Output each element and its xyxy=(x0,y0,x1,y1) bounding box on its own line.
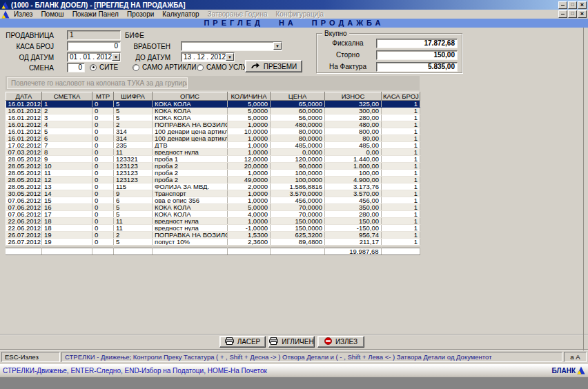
to-date-dropdown-icon[interactable]: ▼ xyxy=(226,53,234,61)
cell: 1 xyxy=(382,163,420,170)
table-row[interactable]: 17.02.201270235ДТВ1,0000485,0000485,001 xyxy=(6,142,420,149)
table-row[interactable]: 28.05.201290123321проба 112,0000120,0000… xyxy=(6,156,420,163)
table-row[interactable]: 28.05.2012120123123проба 249,0000100,000… xyxy=(6,177,420,183)
divider xyxy=(0,334,588,335)
column-header-6[interactable]: ЦЕНА xyxy=(271,92,325,101)
exit-button[interactable]: ИЗЛЕЗ xyxy=(317,336,364,348)
printer-icon xyxy=(269,337,278,346)
column-header-1[interactable]: СМЕТКА xyxy=(42,92,92,101)
column-header-4[interactable]: ОПИС xyxy=(153,92,228,101)
table-row[interactable]: 07.06.20121605КОКА КОЛА5,000070,0000350,… xyxy=(6,204,420,211)
total-value: 17.872,68 xyxy=(376,39,458,48)
fetch-button[interactable]: ПРЕЗЕМИ xyxy=(245,60,302,72)
cell: 28.05.2012 xyxy=(6,163,42,170)
cell: 0 xyxy=(92,128,114,135)
from-date-dropdown-icon[interactable]: ▼ xyxy=(112,53,120,61)
cell: ПОПРАВКА НА ВОЗИЛО xyxy=(153,232,228,239)
table-row[interactable]: 07.06.20121705КОКА КОЛА4,000070,0000280,… xyxy=(6,211,420,218)
from-date-label: ОД ДАТУМ xyxy=(6,54,54,61)
group-by-strip[interactable]: Повлечете го насловот на колоната ТУКА з… xyxy=(6,76,420,90)
table-row[interactable]: 22.06.201218011вредност нула-1,0000150,0… xyxy=(6,225,420,232)
table-row[interactable]: 30.05.20121409Транспорт1,00003.570,00003… xyxy=(6,190,420,197)
brand-label: БЛАНК xyxy=(551,367,576,375)
cell: 3.570,0000 xyxy=(271,190,325,197)
cell: 3.173,76 xyxy=(325,183,382,190)
button-label: ИЗЛЕЗ xyxy=(335,338,357,346)
window-title: (1000 - БЛАНК ДООЕЛ) - [ПРЕГЛЕД НА ПРОДА… xyxy=(11,1,186,9)
cash-number-input[interactable]: 0 xyxy=(67,41,121,51)
cell: вредност нула xyxy=(153,225,228,232)
menu-item-2[interactable]: Покажи Панел xyxy=(68,10,123,18)
table-row[interactable]: 26.07.20121902ПОПРАВКА НА ВОЗИЛО1,530062… xyxy=(6,232,420,239)
minimize-icon[interactable] xyxy=(558,1,567,9)
table-row[interactable]: 07.06.20121506ова е опис 3561,0000456,00… xyxy=(6,197,420,204)
store-input[interactable]: 1 xyxy=(67,30,121,40)
column-header-3[interactable]: ШИФРА xyxy=(114,92,153,101)
cash-number-label: КАСА БРОЈ xyxy=(6,43,54,50)
matrix-print-button[interactable]: ИГЛИЧЕН xyxy=(268,336,315,348)
cell: ДТВ xyxy=(153,142,228,149)
table-row[interactable]: 28.05.2012110123123проба 21,0000100,0000… xyxy=(6,170,420,177)
table-row[interactable]: 16.01.2012105КОКА КОЛА5,000065,0000325,0… xyxy=(6,101,420,108)
cell: 1 xyxy=(382,149,420,156)
cell: 2 xyxy=(114,232,153,239)
menu-item-4[interactable]: Калкулатор xyxy=(158,10,203,18)
cell: 0 xyxy=(92,142,114,149)
close-icon[interactable]: × xyxy=(578,1,587,9)
table-row[interactable]: 07.03.20128011вредност нула1,00000,00000… xyxy=(6,149,420,156)
from-date-combo[interactable]: 01 . 01 . 2012 ▼ xyxy=(67,52,121,62)
cell: 1 xyxy=(382,232,420,239)
cell: 9 xyxy=(42,156,92,163)
laser-print-button[interactable]: ЛАСЕР xyxy=(219,336,266,348)
cell: 0 xyxy=(92,183,114,190)
table-row[interactable]: 16.01.2012402ПОПРАВКА НА ВОЗИЛО1,0000480… xyxy=(6,121,420,128)
mdi-minimize-icon[interactable] xyxy=(558,10,567,18)
cell: 100 денари цена артикл xyxy=(153,128,228,135)
table-row[interactable]: 22.06.201218011вредност нула1,0000150,00… xyxy=(6,218,420,225)
cell: 4.900,00 xyxy=(325,177,382,183)
cell: 14 xyxy=(42,190,92,197)
column-header-2[interactable]: МТР xyxy=(92,92,114,101)
radio-icon xyxy=(133,64,139,71)
bottom-strip xyxy=(0,377,588,389)
mdi-restore-icon[interactable]: □ xyxy=(568,10,577,18)
table-row[interactable]: 16.01.201250314100 денари цена артикл10,… xyxy=(6,128,420,135)
cell: 235 xyxy=(114,142,153,149)
footer-cell xyxy=(227,248,270,255)
filter-radio-1[interactable]: САМО АРТИКЛИ xyxy=(133,63,196,71)
table-row[interactable]: 16.01.2012205КОКА КОЛА5,000060,0000300,0… xyxy=(6,108,420,114)
cell: проба 2 xyxy=(153,170,228,177)
cell: 1,0000 xyxy=(228,170,271,177)
employee-combo[interactable]: ▼ xyxy=(181,41,282,51)
column-header-5[interactable]: КОЛИЧИНА xyxy=(228,92,271,101)
radio-label: СИТЕ xyxy=(99,63,118,71)
cell: 1.800,00 xyxy=(325,163,382,170)
table-row[interactable]: 28.05.2012100123123проба 220,000090,0000… xyxy=(6,163,420,170)
cell: 123123 xyxy=(114,177,153,183)
cell: Транспорт xyxy=(153,190,228,197)
menu-item-0[interactable]: Излез xyxy=(10,10,37,18)
cell: 956,74 xyxy=(325,232,382,239)
cell: попуст 10% xyxy=(153,239,228,246)
table-row[interactable]: 16.01.201260314100 денари цена артикл1,0… xyxy=(6,135,420,142)
table-row[interactable]: 26.07.20121905попуст 10%2,360089,4800211… xyxy=(6,239,420,246)
cell: 5 xyxy=(42,128,92,135)
menu-item-1[interactable]: Помош xyxy=(37,10,68,18)
cell: 123123 xyxy=(114,170,153,177)
table-row[interactable]: 16.01.2012305КОКА КОЛА5,000056,0000280,0… xyxy=(6,114,420,121)
footer-cell xyxy=(41,248,92,255)
mdi-close-icon[interactable]: × xyxy=(578,10,587,18)
table-row[interactable]: 28.05.2012130115ФОЛИЈА ЗА МВД.2,00001.58… xyxy=(6,183,420,190)
column-header-8[interactable]: КАСА БРОЈ xyxy=(382,92,420,101)
filter-radio-0[interactable]: СИТЕ xyxy=(90,63,118,71)
cell: 1 xyxy=(382,239,420,246)
to-date-combo[interactable]: 13 . 12 . 2012 ▼ xyxy=(181,52,235,62)
column-header-0[interactable]: ДАТА xyxy=(6,92,42,101)
to-date-value: 13 . 12 . 2012 xyxy=(184,53,226,61)
cell: 5,0000 xyxy=(228,114,271,121)
employee-dropdown-icon[interactable]: ▼ xyxy=(273,42,282,50)
column-header-7[interactable]: ИЗНОС xyxy=(325,92,382,101)
menu-item-3[interactable]: Прозори xyxy=(123,10,158,18)
shift-input[interactable]: 0 xyxy=(67,63,85,72)
restore-icon[interactable]: □ xyxy=(568,1,577,9)
